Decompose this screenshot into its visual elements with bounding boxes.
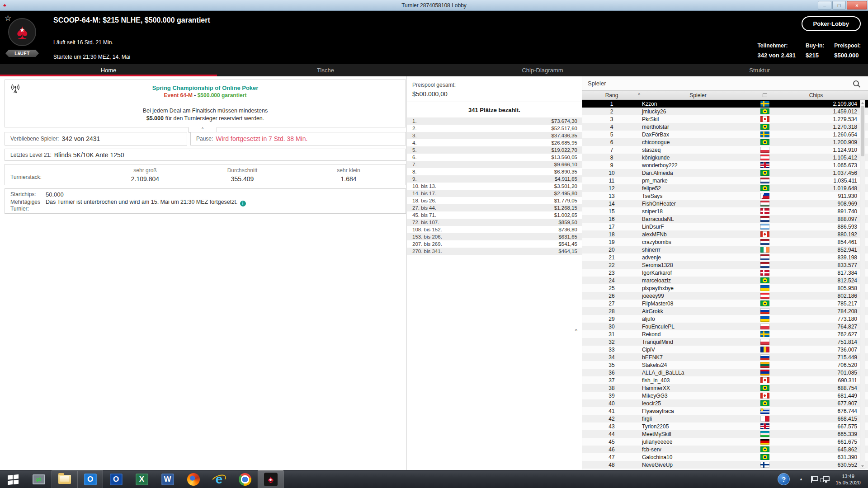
flag-brazil-icon (760, 400, 769, 406)
scroll-down-icon[interactable] (860, 464, 865, 469)
player-chips: 854.461 (775, 239, 857, 245)
flag-denmark-icon (760, 208, 769, 214)
player-rank: 16 (582, 216, 641, 222)
tournament-title: SCOOP-64-M: $215 NLHE, $500.000 garantie… (53, 16, 210, 24)
pokerstars[interactable]: ♠ (258, 470, 283, 488)
search-icon[interactable] (853, 80, 859, 86)
player-row[interactable]: 23 IgorKarkarof 817.384 (582, 269, 868, 277)
player-row[interactable]: 14 FishOnHeater 908.969 (582, 200, 868, 207)
player-name: joeeey99 (641, 293, 755, 299)
player-chips: 645.862 (775, 446, 857, 453)
help-icon[interactable]: ? (778, 473, 790, 485)
clock[interactable]: 13:49 15.05.2020 (831, 473, 865, 486)
player-row[interactable]: 36 ALLA_di_BaLLLa 701.085 (582, 369, 868, 376)
player-row[interactable]: 11 pm_marke 1.035.411 (582, 177, 868, 184)
player-row[interactable]: 16 BarracudaNL 888.097 (582, 215, 868, 223)
player-row[interactable]: 44 MeetMySkill 665.339 (582, 430, 868, 438)
player-row[interactable]: 33 CipiV 736.007 (582, 346, 868, 353)
player-row[interactable]: 41 Flyawayfraca 676.744 (582, 407, 868, 415)
start-button[interactable] (0, 470, 26, 488)
player-row[interactable]: 3 PkrSkil 1.279.534 (582, 115, 868, 123)
column-header-chips[interactable]: Chips (775, 92, 857, 99)
maximize-button[interactable]: □ (832, 1, 846, 9)
tab-home[interactable]: Home (0, 64, 217, 76)
player-row[interactable]: 42 firgli 668.415 (582, 415, 868, 422)
outlook[interactable]: O (77, 470, 103, 488)
scroll-up-icon[interactable] (860, 100, 865, 105)
player-row[interactable]: 31 Rekond 762.627 (582, 330, 868, 338)
player-row[interactable]: 40 leocir25 677.907 (582, 399, 868, 407)
minimize-button[interactable]: – (818, 1, 831, 9)
player-row[interactable]: 1 Kzzon 2.109.804 (582, 100, 868, 108)
remote-desktop[interactable]: ⇄ (26, 470, 52, 488)
player-chips: 736.007 (775, 347, 857, 353)
flag-brazil-icon (760, 300, 769, 306)
player-row[interactable]: 6 chiconogue 1.200.909 (582, 138, 868, 146)
column-header-flag[interactable] (755, 94, 775, 97)
player-row[interactable]: 34 bEENK7 715.449 (582, 353, 868, 361)
file-explorer[interactable] (52, 470, 77, 488)
flag-netherlands-icon (760, 262, 769, 268)
player-row[interactable]: 7 staszeq 1.124.910 (582, 146, 868, 154)
player-row[interactable]: 24 marceloaziz 812.524 (582, 277, 868, 284)
word[interactable]: W (155, 470, 180, 488)
player-row[interactable]: 21 advenje 839.198 (582, 253, 868, 261)
hidden-icons-chevron[interactable]: ▲ (799, 477, 803, 481)
player-row[interactable]: 20 shinerrr 852.941 (582, 246, 868, 253)
player-row[interactable]: 12 felipe52 1.019.648 (582, 184, 868, 192)
scrollbar-thumb[interactable] (861, 106, 864, 156)
player-row[interactable]: 46 fcb-serv 645.862 (582, 446, 868, 453)
player-row[interactable]: 2 jmlucky26 1.459.012 (582, 108, 868, 115)
chrome[interactable] (232, 470, 258, 488)
internet-explorer[interactable]: e (206, 470, 232, 488)
player-row[interactable]: 4 mertholstar 1.270.318 (582, 123, 868, 131)
player-row[interactable]: 13 TseSays 911.930 (582, 192, 868, 200)
player-row[interactable]: 28 AirGrokk 784.208 (582, 307, 868, 315)
action-center-flag-icon[interactable] (811, 476, 817, 483)
player-row[interactable]: 18 alexMFNb 880.192 (582, 230, 868, 238)
info-icon[interactable]: i (240, 201, 246, 206)
player-chips: 785.217 (775, 300, 857, 307)
player-row[interactable]: 17 LinDsurF 886.593 (582, 223, 868, 230)
player-row[interactable]: 32 TranquilMind 751.814 (582, 338, 868, 346)
firefox[interactable] (180, 470, 206, 488)
outlook-2[interactable]: O (103, 470, 129, 488)
player-row[interactable]: 39 MikeyGG3 681.449 (582, 392, 868, 399)
player-row[interactable]: 27 FlipMaster08 785.217 (582, 300, 868, 307)
flag-hungary-icon (760, 201, 769, 206)
player-row[interactable]: 48 NeveGiveUp 630.552 (582, 461, 868, 469)
player-row[interactable]: 30 FouEnculePL 764.827 (582, 323, 868, 330)
player-row[interactable]: 19 crazybombs 854.461 (582, 238, 868, 246)
player-row[interactable]: 37 fish_in_403 690.311 (582, 376, 868, 384)
tab-struktur[interactable]: Struktur (651, 64, 868, 76)
players-scrollbar[interactable] (860, 100, 865, 469)
player-row[interactable]: 25 plspaythxbye 805.958 (582, 284, 868, 292)
player-row[interactable]: 10 Dan.Almeida 1.037.456 (582, 169, 868, 177)
player-row[interactable]: 47 Galochina10 631.390 (582, 453, 868, 461)
excel[interactable]: X (129, 470, 155, 488)
player-row[interactable]: 35 Stakelis24 706.520 (582, 361, 868, 369)
flag-argentina-icon (760, 224, 769, 230)
player-row[interactable]: 8 königkunde 1.105.412 (582, 154, 868, 161)
player-row[interactable]: 45 julianyeeeee 661.675 (582, 438, 868, 446)
network-icon[interactable] (823, 476, 830, 481)
collapse-prizes-chevron[interactable]: ^ (575, 328, 577, 333)
player-row[interactable]: 22 Seroma1328 833.577 (582, 261, 868, 269)
player-row[interactable]: 15 sniper18 891.740 (582, 207, 868, 215)
player-row[interactable]: 26 joeeey99 802.186 (582, 292, 868, 300)
favorite-star-icon[interactable]: ☆ (5, 14, 11, 23)
player-chips: 805.958 (775, 285, 857, 291)
close-button[interactable]: × (847, 1, 867, 9)
poker-lobby-button[interactable]: Poker-Lobby (802, 16, 861, 31)
player-chips: 690.311 (775, 377, 857, 384)
player-row[interactable]: 9 wonderboy222 1.065.673 (582, 161, 868, 169)
player-row[interactable]: 29 aljufo 773.180 (582, 315, 868, 323)
tab-tische[interactable]: Tische (217, 64, 434, 76)
column-header-rank[interactable]: Rang^ (582, 92, 641, 99)
sort-asc-icon: ^ (638, 93, 640, 98)
column-header-player[interactable]: Spieler (641, 92, 755, 99)
player-row[interactable]: 5 DaxFörBax 1.260.654 (582, 131, 868, 138)
player-row[interactable]: 43 Tyrion2205 667.575 (582, 422, 868, 430)
player-row[interactable]: 38 HammerXX 688.754 (582, 384, 868, 392)
tab-chip-diagramm[interactable]: Chip-Diagramm (434, 64, 651, 76)
